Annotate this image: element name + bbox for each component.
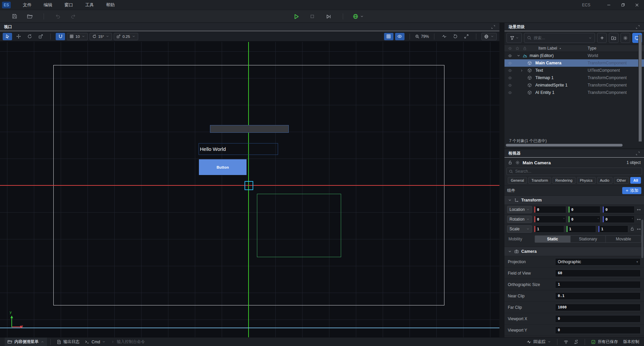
horizontal-scrollbar[interactable] bbox=[506, 144, 623, 147]
eye-icon[interactable] bbox=[508, 54, 512, 58]
output-log-button[interactable]: 输出日志 bbox=[54, 338, 82, 346]
tab-physics[interactable]: Physics bbox=[577, 177, 596, 184]
tab-general[interactable]: General bbox=[508, 177, 527, 184]
menu-help[interactable]: 帮助 bbox=[100, 0, 121, 10]
play-button[interactable] bbox=[291, 12, 301, 21]
visibility-button[interactable] bbox=[395, 33, 405, 40]
stats-button[interactable] bbox=[439, 33, 449, 40]
eye-icon[interactable] bbox=[508, 46, 512, 51]
hierarchy-settings-button[interactable] bbox=[621, 33, 630, 43]
run-target-dropdown[interactable] bbox=[353, 13, 364, 19]
inspector-header[interactable]: 检视器 bbox=[504, 149, 644, 158]
maximize-panel-icon[interactable] bbox=[491, 25, 495, 29]
scale-z-field[interactable] bbox=[598, 225, 628, 233]
save-button[interactable] bbox=[9, 12, 19, 21]
viewport-y-field[interactable] bbox=[555, 327, 641, 334]
button-object[interactable]: Button bbox=[199, 159, 247, 175]
add-entity-button[interactable] bbox=[597, 33, 607, 43]
rotation-dropdown[interactable]: Rotation bbox=[507, 216, 532, 223]
eye-icon[interactable] bbox=[508, 83, 512, 88]
version-control-button[interactable]: 版本控制 bbox=[621, 338, 642, 346]
camera-section-header[interactable]: Camera bbox=[504, 247, 644, 256]
tab-other[interactable]: Other bbox=[614, 177, 629, 184]
vertical-scrollbar[interactable] bbox=[638, 35, 642, 141]
reset-view-button[interactable] bbox=[450, 33, 460, 40]
column-item-label[interactable]: Item Label bbox=[538, 46, 562, 51]
tab-all[interactable]: All bbox=[630, 177, 641, 184]
location-dropdown[interactable]: Location bbox=[507, 206, 532, 213]
maximize-button[interactable] bbox=[616, 0, 630, 10]
filter-button[interactable] bbox=[506, 33, 522, 43]
minimize-button[interactable] bbox=[602, 0, 616, 10]
mobility-stationary[interactable]: Stationary bbox=[571, 236, 606, 242]
trace-dropdown[interactable]: 回追踪 bbox=[524, 338, 554, 346]
location-y-field[interactable] bbox=[568, 206, 600, 213]
tab-audio[interactable]: Audio bbox=[597, 177, 612, 184]
maximize-panel-icon[interactable] bbox=[636, 25, 640, 29]
add-component-button[interactable]: 添加 bbox=[622, 187, 641, 194]
new-folder-button[interactable] bbox=[609, 33, 619, 43]
lock-open-icon[interactable] bbox=[630, 227, 635, 231]
scale-x-field[interactable] bbox=[534, 225, 564, 233]
step-button[interactable] bbox=[323, 12, 333, 21]
inspector-search[interactable] bbox=[506, 168, 642, 175]
move-tool-button[interactable] bbox=[14, 33, 23, 40]
vertical-scrollbar[interactable] bbox=[641, 220, 643, 258]
open-button[interactable] bbox=[25, 12, 35, 21]
location-z-field[interactable] bbox=[602, 206, 635, 213]
console-command-input[interactable]: 输入控制台命令 bbox=[108, 338, 148, 346]
rotation-x-field[interactable]: ° bbox=[534, 216, 566, 223]
viewport-header[interactable]: 视口 bbox=[0, 23, 499, 31]
stop-button[interactable] bbox=[307, 12, 317, 21]
scale-snap-dropdown[interactable]: 0.25 bbox=[114, 33, 138, 40]
rotate-tool-button[interactable] bbox=[25, 33, 34, 40]
select-tool-button[interactable] bbox=[3, 33, 12, 40]
eye-icon[interactable] bbox=[508, 61, 512, 65]
location-x-field[interactable] bbox=[534, 206, 566, 213]
hierarchy-search-input[interactable] bbox=[534, 36, 586, 40]
network-status-button[interactable] bbox=[561, 338, 571, 346]
menu-window[interactable]: 窗口 bbox=[58, 0, 79, 10]
lock-open-icon[interactable] bbox=[508, 160, 513, 165]
cmd-dropdown[interactable]: Cmd bbox=[82, 338, 108, 346]
zoom-level[interactable]: 79% bbox=[415, 34, 429, 39]
menu-file[interactable]: 文件 bbox=[17, 0, 38, 10]
grid-snap-dropdown[interactable]: 10 bbox=[67, 33, 88, 40]
rotation-z-field[interactable]: ° bbox=[602, 216, 635, 223]
tree-row-animatedsprite[interactable]: AnimatedSprite 1 TransformComponent bbox=[504, 81, 644, 89]
viewport-x-field[interactable] bbox=[555, 315, 641, 323]
rotation-y-field[interactable]: ° bbox=[568, 216, 600, 223]
save-status[interactable]: 所有已保存 bbox=[588, 338, 621, 346]
redo-button[interactable] bbox=[68, 12, 78, 21]
star-icon[interactable] bbox=[515, 46, 520, 51]
tree-row-tilemap[interactable]: Tilemap 1 TransformComponent bbox=[504, 74, 644, 81]
menu-tools[interactable]: 工具 bbox=[79, 0, 100, 10]
inspector-search-input[interactable] bbox=[515, 169, 640, 174]
tree-row-ai-entity[interactable]: AI Entity 1 TransformComponent bbox=[504, 89, 644, 96]
content-drawer-button[interactable]: 内容侧滑菜单 bbox=[5, 338, 47, 346]
link-axes-icon[interactable] bbox=[636, 207, 641, 212]
tree-row-main[interactable]: main (Editor) World bbox=[504, 52, 644, 59]
menu-edit[interactable]: 编辑 bbox=[38, 0, 58, 10]
scale-dropdown[interactable]: Scale bbox=[507, 225, 532, 233]
tree-row-text[interactable]: Text UITextComponent bbox=[504, 67, 644, 74]
mobility-static[interactable]: Static bbox=[535, 236, 571, 242]
gear-icon[interactable] bbox=[515, 160, 520, 165]
route-button[interactable] bbox=[571, 338, 581, 346]
undo-button[interactable] bbox=[53, 12, 63, 21]
lock-icon[interactable] bbox=[523, 46, 527, 51]
transform-section-header[interactable]: Transform bbox=[504, 195, 644, 205]
show-grid-button[interactable] bbox=[384, 33, 393, 40]
scene-canvas[interactable]: Hello World Button y x bbox=[0, 42, 499, 337]
orthographic-size-field[interactable] bbox=[555, 281, 641, 288]
scale-y-field[interactable] bbox=[566, 225, 596, 233]
hierarchy-header[interactable]: 场景层级 bbox=[504, 23, 644, 31]
link-axes-icon[interactable] bbox=[636, 217, 641, 222]
eye-icon[interactable] bbox=[508, 76, 512, 80]
chevron-down-icon[interactable] bbox=[517, 54, 521, 58]
far-clip-field[interactable] bbox=[555, 304, 641, 311]
mobility-movable[interactable]: Movable bbox=[606, 236, 641, 242]
tree-row-main-camera[interactable]: Main Camera TransformComponent bbox=[504, 59, 644, 67]
chevron-right-icon[interactable] bbox=[520, 69, 524, 72]
snap-toggle-button[interactable] bbox=[56, 33, 65, 40]
